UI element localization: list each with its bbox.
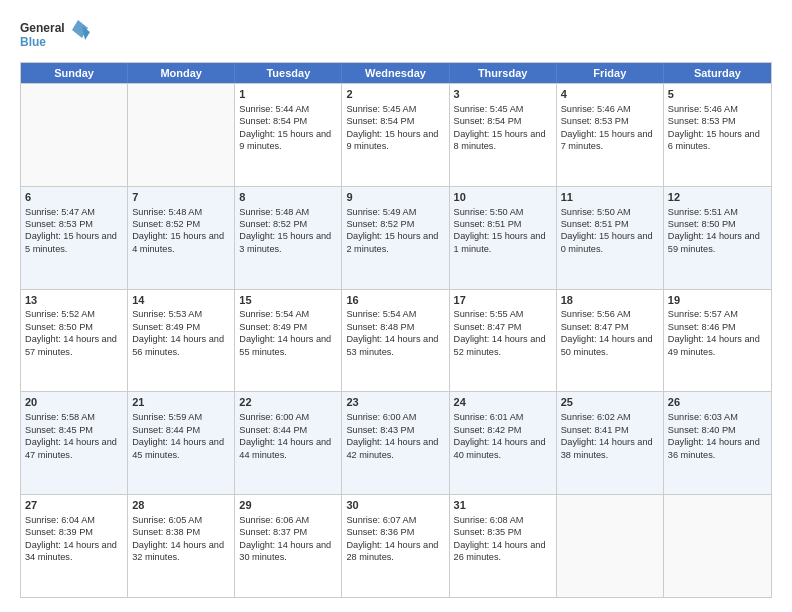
header-day-sunday: Sunday — [21, 63, 128, 83]
day-info: Daylight: 14 hours and 55 minutes. — [239, 333, 337, 358]
day-number: 18 — [561, 293, 659, 308]
day-info: Sunset: 8:50 PM — [668, 218, 767, 230]
logo: General Blue — [20, 18, 90, 54]
calendar-cell: 10Sunrise: 5:50 AMSunset: 8:51 PMDayligh… — [450, 187, 557, 289]
calendar-cell — [21, 84, 128, 186]
day-info: Daylight: 15 hours and 0 minutes. — [561, 230, 659, 255]
day-info: Daylight: 15 hours and 6 minutes. — [668, 128, 767, 153]
day-info: Sunrise: 5:46 AM — [561, 103, 659, 115]
day-info: Daylight: 14 hours and 40 minutes. — [454, 436, 552, 461]
day-number: 29 — [239, 498, 337, 513]
day-number: 3 — [454, 87, 552, 102]
day-info: Sunrise: 5:57 AM — [668, 308, 767, 320]
page: General Blue SundayMondayTuesdayWednesda… — [0, 0, 792, 612]
calendar-cell: 31Sunrise: 6:08 AMSunset: 8:35 PMDayligh… — [450, 495, 557, 597]
day-info: Daylight: 14 hours and 52 minutes. — [454, 333, 552, 358]
day-info: Sunset: 8:53 PM — [668, 115, 767, 127]
day-info: Sunrise: 5:55 AM — [454, 308, 552, 320]
calendar-cell: 15Sunrise: 5:54 AMSunset: 8:49 PMDayligh… — [235, 290, 342, 392]
day-info: Daylight: 14 hours and 45 minutes. — [132, 436, 230, 461]
day-info: Daylight: 14 hours and 32 minutes. — [132, 539, 230, 564]
day-info: Sunrise: 5:54 AM — [239, 308, 337, 320]
calendar-body: 1Sunrise: 5:44 AMSunset: 8:54 PMDaylight… — [21, 83, 771, 597]
day-info: Daylight: 14 hours and 59 minutes. — [668, 230, 767, 255]
day-info: Sunrise: 6:06 AM — [239, 514, 337, 526]
calendar-row-4: 20Sunrise: 5:58 AMSunset: 8:45 PMDayligh… — [21, 391, 771, 494]
day-info: Sunrise: 5:46 AM — [668, 103, 767, 115]
day-number: 5 — [668, 87, 767, 102]
calendar-cell: 21Sunrise: 5:59 AMSunset: 8:44 PMDayligh… — [128, 392, 235, 494]
day-info: Sunrise: 6:08 AM — [454, 514, 552, 526]
day-info: Sunrise: 6:00 AM — [239, 411, 337, 423]
calendar-cell: 8Sunrise: 5:48 AMSunset: 8:52 PMDaylight… — [235, 187, 342, 289]
calendar-cell: 18Sunrise: 5:56 AMSunset: 8:47 PMDayligh… — [557, 290, 664, 392]
day-info: Sunset: 8:37 PM — [239, 526, 337, 538]
day-number: 4 — [561, 87, 659, 102]
calendar-cell: 25Sunrise: 6:02 AMSunset: 8:41 PMDayligh… — [557, 392, 664, 494]
calendar-cell: 13Sunrise: 5:52 AMSunset: 8:50 PMDayligh… — [21, 290, 128, 392]
day-info: Sunset: 8:52 PM — [132, 218, 230, 230]
day-info: Sunrise: 5:47 AM — [25, 206, 123, 218]
day-number: 7 — [132, 190, 230, 205]
day-info: Daylight: 14 hours and 44 minutes. — [239, 436, 337, 461]
day-number: 21 — [132, 395, 230, 410]
day-info: Sunset: 8:53 PM — [561, 115, 659, 127]
logo-svg: General Blue — [20, 18, 90, 54]
day-info: Sunrise: 6:07 AM — [346, 514, 444, 526]
day-info: Sunset: 8:48 PM — [346, 321, 444, 333]
day-info: Sunrise: 5:54 AM — [346, 308, 444, 320]
day-info: Sunset: 8:51 PM — [561, 218, 659, 230]
calendar-cell — [128, 84, 235, 186]
day-info: Sunset: 8:45 PM — [25, 424, 123, 436]
day-number: 30 — [346, 498, 444, 513]
day-number: 6 — [25, 190, 123, 205]
day-info: Daylight: 14 hours and 49 minutes. — [668, 333, 767, 358]
calendar-cell: 3Sunrise: 5:45 AMSunset: 8:54 PMDaylight… — [450, 84, 557, 186]
day-info: Sunset: 8:42 PM — [454, 424, 552, 436]
day-number: 2 — [346, 87, 444, 102]
day-info: Sunset: 8:44 PM — [239, 424, 337, 436]
day-info: Daylight: 14 hours and 57 minutes. — [25, 333, 123, 358]
day-info: Sunset: 8:54 PM — [346, 115, 444, 127]
calendar-cell: 4Sunrise: 5:46 AMSunset: 8:53 PMDaylight… — [557, 84, 664, 186]
day-info: Daylight: 14 hours and 56 minutes. — [132, 333, 230, 358]
day-info: Sunrise: 6:04 AM — [25, 514, 123, 526]
day-number: 12 — [668, 190, 767, 205]
day-info: Sunrise: 5:45 AM — [454, 103, 552, 115]
day-info: Daylight: 15 hours and 9 minutes. — [346, 128, 444, 153]
day-number: 19 — [668, 293, 767, 308]
calendar-cell: 29Sunrise: 6:06 AMSunset: 8:37 PMDayligh… — [235, 495, 342, 597]
day-number: 20 — [25, 395, 123, 410]
day-info: Sunrise: 5:53 AM — [132, 308, 230, 320]
day-info: Sunrise: 5:49 AM — [346, 206, 444, 218]
calendar-cell: 2Sunrise: 5:45 AMSunset: 8:54 PMDaylight… — [342, 84, 449, 186]
day-info: Sunset: 8:44 PM — [132, 424, 230, 436]
day-info: Daylight: 15 hours and 7 minutes. — [561, 128, 659, 153]
calendar-cell: 19Sunrise: 5:57 AMSunset: 8:46 PMDayligh… — [664, 290, 771, 392]
header: General Blue — [20, 18, 772, 54]
calendar-row-1: 1Sunrise: 5:44 AMSunset: 8:54 PMDaylight… — [21, 83, 771, 186]
day-info: Daylight: 14 hours and 36 minutes. — [668, 436, 767, 461]
calendar-cell: 6Sunrise: 5:47 AMSunset: 8:53 PMDaylight… — [21, 187, 128, 289]
day-info: Sunrise: 5:56 AM — [561, 308, 659, 320]
day-info: Daylight: 15 hours and 4 minutes. — [132, 230, 230, 255]
day-info: Sunrise: 6:02 AM — [561, 411, 659, 423]
day-info: Sunrise: 6:03 AM — [668, 411, 767, 423]
day-info: Daylight: 14 hours and 30 minutes. — [239, 539, 337, 564]
day-info: Sunset: 8:53 PM — [25, 218, 123, 230]
calendar-cell: 27Sunrise: 6:04 AMSunset: 8:39 PMDayligh… — [21, 495, 128, 597]
svg-text:General: General — [20, 21, 65, 35]
day-info: Sunrise: 5:51 AM — [668, 206, 767, 218]
calendar-cell: 30Sunrise: 6:07 AMSunset: 8:36 PMDayligh… — [342, 495, 449, 597]
day-number: 9 — [346, 190, 444, 205]
day-info: Daylight: 15 hours and 8 minutes. — [454, 128, 552, 153]
header-day-monday: Monday — [128, 63, 235, 83]
header-day-tuesday: Tuesday — [235, 63, 342, 83]
calendar-row-5: 27Sunrise: 6:04 AMSunset: 8:39 PMDayligh… — [21, 494, 771, 597]
day-info: Sunrise: 5:45 AM — [346, 103, 444, 115]
day-info: Sunrise: 5:50 AM — [454, 206, 552, 218]
header-day-saturday: Saturday — [664, 63, 771, 83]
calendar-cell: 1Sunrise: 5:44 AMSunset: 8:54 PMDaylight… — [235, 84, 342, 186]
calendar: SundayMondayTuesdayWednesdayThursdayFrid… — [20, 62, 772, 598]
day-number: 27 — [25, 498, 123, 513]
